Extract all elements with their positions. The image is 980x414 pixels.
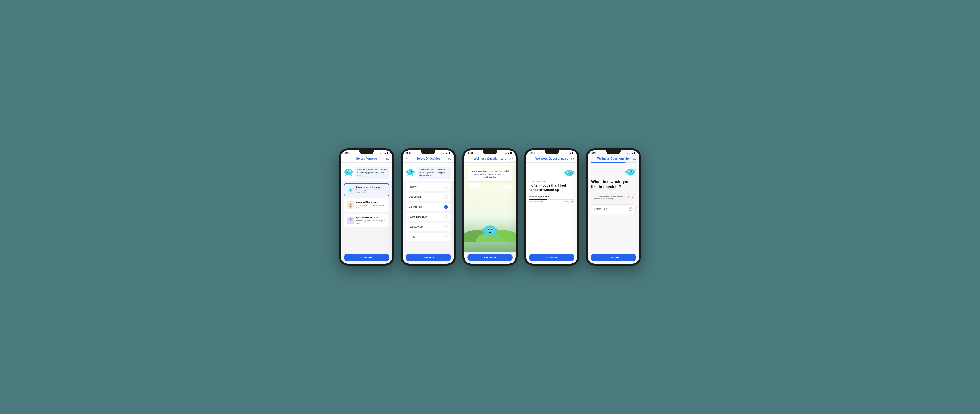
svg-point-67 [625,170,628,173]
mascot-area-1: Nice to meet you! Please tell me what br… [341,165,392,181]
battery-icon-2: ▊ [449,152,450,154]
back-button-5[interactable]: ← [591,157,594,161]
option-selfhelp[interactable]: I want self-help tools Curated mental he… [344,198,389,212]
header-3: ← Wellness Questionnaire 5/9 [465,155,515,163]
svg-point-21 [407,169,414,175]
header-5: ← Wellness Questionnaire 7/9 [588,155,639,162]
status-time-2: 9:41 [407,152,411,154]
phone-3: 9:41 ●●● ▲ ▊ ← Wellness Questionnaire 5/… [463,148,517,266]
battery-icon-4: ▊ [572,152,573,154]
difficulty-chronic-pain[interactable]: Chronic Pain ✓ [406,203,451,211]
questionnaire-content-4: In the last two weeks... I often notice … [526,178,578,252]
step-indicator-1: 3/9 [386,158,389,160]
speech-bubble-2: Thank you! Please select the areas of yo… [417,167,451,179]
option-icon-selfhelp [347,201,354,209]
svg-point-57 [570,172,571,172]
progress-fill-2 [406,163,426,164]
notch-2 [421,150,436,154]
battery-icon-5: ▊ [634,152,635,154]
svg-line-29 [412,174,413,176]
continue-button-4[interactable]: Continue [529,254,574,261]
option-therapist[interactable]: I want to see a therapist Book an appoin… [344,183,389,196]
clock-icon: 🕐 [628,207,633,211]
wifi-icon-3: ▲ [508,152,510,154]
option-explore[interactable]: I just want to explore Access daily habi… [344,214,389,227]
back-button-4[interactable]: ← [529,157,532,161]
continue-button-3[interactable]: Continue [467,254,513,261]
svg-point-58 [564,171,566,174]
back-button-1[interactable]: ← [344,157,347,161]
svg-line-51 [486,235,487,237]
difficulty-depression[interactable]: Depression [406,193,451,201]
svg-point-66 [632,171,632,172]
phone-1: 9:41 ●●● ▲ ▊ ← Select Purpose 3/9 [339,148,394,266]
svg-point-6 [344,171,346,173]
time-select-box[interactable]: Select Time 🕐 [591,204,636,214]
svg-point-32 [475,183,480,187]
back-button-2[interactable]: ← [406,157,409,161]
radio-chronic-pain[interactable]: ✓ [444,205,448,209]
difficulty-label-panic: Panic Attacks [409,226,423,228]
radio-eating[interactable] [444,215,448,219]
slider-labels: Strongly Disagree Strongly Agree [530,201,574,203]
header-2: ← Select Difficulties 4/9 [402,155,454,163]
svg-point-50 [495,228,498,232]
difficulty-panic[interactable]: Panic Attacks [406,223,451,231]
radio-anxiety[interactable] [444,185,448,189]
difficulty-label-eating: Eating Difficulties [409,216,427,218]
svg-point-35 [508,185,512,188]
phone-2: 9:41 ●●● ▲ ▊ ← Select Difficulties 4/9 [401,148,456,266]
radio-depression[interactable] [444,195,448,199]
slider-track [530,199,574,200]
mascot-area-4 [526,165,578,178]
progress-fill-5 [591,162,626,163]
svg-point-45 [488,229,488,229]
difficulty-ptsd[interactable]: PTSD [406,233,451,242]
notch-3 [483,150,497,154]
page-title-2: Select Difficulties [409,157,448,160]
time-content: What time would you like to check in? We… [588,177,639,252]
svg-point-56 [568,172,568,172]
option-text-explore: I just want to explore Access daily habi… [356,217,387,224]
continue-button-2[interactable]: Continue [406,254,451,261]
continue-button-1[interactable]: Continue [344,254,389,261]
radio-panic[interactable] [444,225,448,229]
svg-point-44 [492,229,493,230]
tip-text: We highly recommend you choose anytime i… [593,195,627,200]
notch-4 [544,150,559,154]
q-subtitle-4: In the last two weeks... [530,180,574,182]
slider-label-right: Strongly Agree [563,201,574,203]
phone-4: 9:41 ●●● ▲ ▊ ← Wellness Questionnaire 6/… [524,148,579,266]
difficulty-label-depression: Depression [409,196,421,198]
option-icon-therapist [347,186,354,194]
page-title-1: Select Purpose [347,157,386,160]
step-indicator-3: 5/9 [509,158,513,160]
slider-container: Strongly Disagree Strongly Agree [530,199,574,203]
status-time-5: 9:41 [592,152,597,154]
cloud-right [504,184,513,189]
svg-line-61 [574,170,574,171]
progress-container-3 [465,163,515,165]
back-button-3[interactable]: ← [467,157,471,161]
svg-point-49 [482,228,485,232]
wellness-scene: I'm now going to ask some questions to h… [465,165,515,252]
difficulty-eating[interactable]: Eating Difficulties [406,213,451,221]
step-indicator-4: 6/9 [571,158,574,160]
signal-icon-4: ●●● [565,152,569,154]
radio-ptsd[interactable] [444,235,448,239]
svg-point-18 [349,205,352,208]
continue-button-5[interactable]: Continue [591,254,636,261]
svg-rect-20 [350,218,351,219]
step-indicator-2: 4/9 [448,158,451,160]
difficulty-anxiety[interactable]: Anxiety [406,183,451,191]
status-icons-1: ●●● ▲ ▊ [380,152,388,154]
svg-point-40 [484,225,496,235]
battery-icon: ▊ [387,152,388,154]
option-sub-explore: Access daily habits, guides, blogs & mor… [356,220,387,224]
header-1: ← Select Purpose 3/9 [341,155,392,163]
slider-fill [530,199,547,200]
q-question-4: I often notice that I feel tense or woun… [530,183,574,192]
progress-bg-1 [344,163,389,164]
svg-line-52 [493,235,494,237]
svg-point-1 [345,169,352,174]
